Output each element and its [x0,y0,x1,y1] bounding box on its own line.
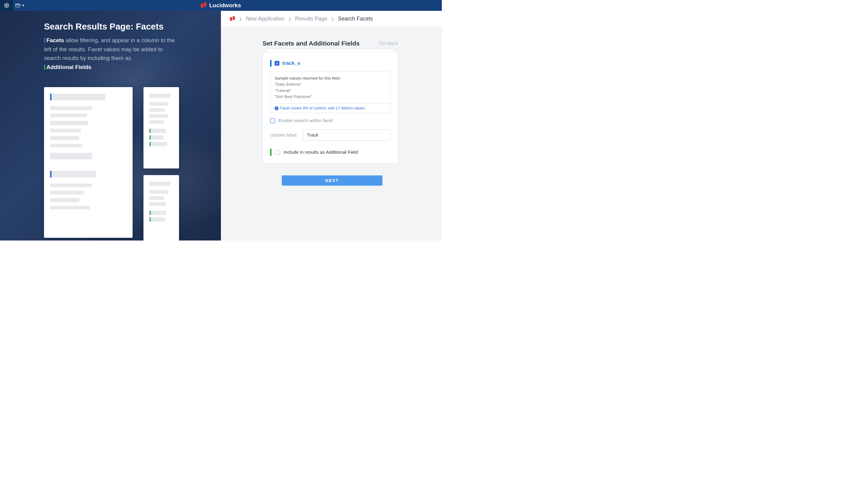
breadcrumb: ❯ New Application ❯ Results Page ❯ Searc… [221,11,442,27]
sample-values-box: Sample values returned for this field: "… [270,71,391,113]
coverage-text: Facet covers 9% of content, with 17 dist… [280,106,366,110]
include-additional-field-checkbox[interactable] [275,150,280,155]
page-title: Search Results Page: Facets [44,22,199,32]
facets-strong: Facets [46,37,64,43]
right-panel: ❯ New Application ❯ Results Page ❯ Searc… [221,11,442,241]
left-panel: Search Results Page: Facets Facets allow… [0,11,221,241]
chevron-right-icon: ❯ [239,17,242,21]
mock-result-card-2 [144,175,179,241]
sample-value: "Tutorial" [275,88,386,94]
go-back-link[interactable]: Go back [379,40,398,46]
lucidworks-logo-icon [201,2,207,8]
chevron-right-icon: ❯ [331,17,334,21]
mock-result-card-1 [144,87,179,168]
sample-value: "Solr Best Practices" [275,94,386,100]
additional-field-marker-icon [44,65,45,70]
next-button[interactable]: NEXT [282,175,382,186]
app-logo-icon[interactable] [0,0,13,11]
include-additional-field-label: Include in results as Additional Field [284,150,358,155]
breadcrumb-logo-icon[interactable] [230,16,236,22]
config-area: Set Facets and Additional Fields Go back… [221,27,442,241]
facet-field-name: track_s [282,60,301,66]
window-icon [16,4,20,7]
brand: Lucidworks [201,2,241,9]
main: Search Results Page: Facets Facets allow… [0,11,442,241]
sample-value: "Data Science" [275,82,386,87]
update-label-input[interactable] [303,129,391,141]
breadcrumb-current: Search Facets [338,16,373,22]
facet-card: track_s Sample values returned for this … [262,53,398,163]
enable-search-checkbox[interactable] [270,118,275,123]
include-additional-field-row: Include in results as Additional Field [270,149,391,156]
config-title: Set Facets and Additional Fields [262,40,360,47]
topbar-left [0,0,27,11]
chevron-down-icon [22,5,24,6]
breadcrumb-results-page[interactable]: Results Page [295,16,327,22]
enable-search-row: Enable search within facet [270,118,391,123]
enable-search-label: Enable search within facet [278,118,333,123]
facet-marker-icon [270,60,272,67]
facet-header: track_s [270,60,391,67]
chevron-right-icon: ❯ [288,17,291,21]
facet-enabled-checkbox[interactable] [275,61,279,66]
brand-name: Lucidworks [209,2,241,9]
additional-field-marker-icon [270,149,272,156]
page-description: Facets allow filtering, and appear in a … [44,36,177,71]
topbar: Lucidworks [0,0,442,11]
coverage-info: i Facet covers 9% of content, with 17 di… [270,103,390,113]
sample-values-label: Sample values returned for this field: [275,75,386,82]
window-menu-button[interactable] [13,0,27,11]
update-label-row: Update label: [270,129,391,141]
addfields-strong: Additional Fields [46,64,91,70]
breadcrumb-new-application[interactable]: New Application [246,16,284,22]
facet-card-stack: track_s Sample values returned for this … [262,53,398,163]
update-label-text: Update label: [270,132,298,138]
info-icon: i [275,106,278,110]
mock-preview [44,87,199,241]
mock-facets-card [44,87,133,238]
facet-marker-icon [44,38,45,43]
